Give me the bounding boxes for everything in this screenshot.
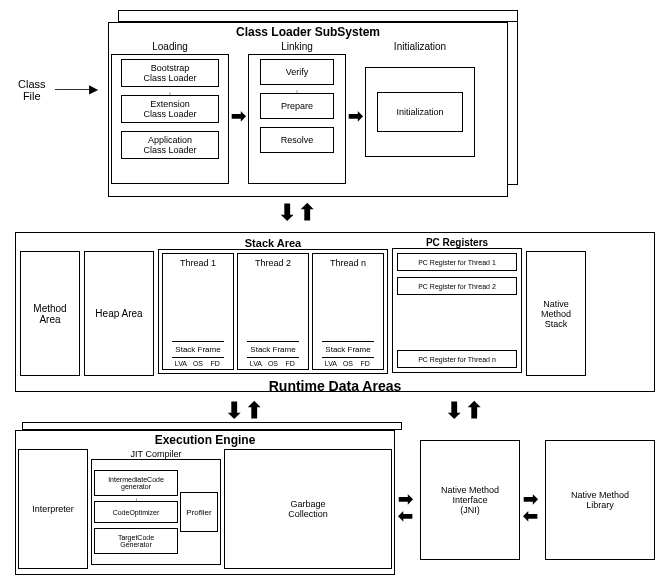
linking-title: Linking xyxy=(248,41,346,52)
fd-label: FD xyxy=(282,358,299,369)
stack-frame-label: Stack Frame xyxy=(247,342,298,357)
pc-registers-title: PC Registers xyxy=(392,237,522,248)
method-area-box: Method Area xyxy=(20,251,80,376)
lva-label: LVA xyxy=(172,358,189,369)
intermediate-box: IntermediateCode generator xyxy=(94,470,178,496)
profiler-box: Profiler xyxy=(180,492,218,532)
execution-title: Execution Engine xyxy=(18,433,392,447)
pc-r1-box: PC Register for Thread 1 xyxy=(397,253,517,271)
threadn-box: Thread n Stack Frame LVA OS FD xyxy=(312,253,384,370)
application-box: Application Class Loader xyxy=(121,131,218,159)
bootstrap-box: Bootstrap Class Loader xyxy=(121,59,218,87)
optimizer-box: CodeOptimizer xyxy=(94,501,178,523)
jit-title: JIT Compiler xyxy=(91,449,221,459)
extension-box: Extension Class Loader xyxy=(121,95,218,123)
jit-box: IntermediateCode generator ↓ CodeOptimiz… xyxy=(91,459,221,565)
stack-frame-label: Stack Frame xyxy=(322,342,373,357)
native-lib-box: Native Method Library xyxy=(545,440,655,560)
target-box: TargetCode Generator xyxy=(94,528,178,554)
right-arrow-icon: ➡ xyxy=(348,105,363,127)
linking-box: Verify ↓ Prepare ↓ Resolve xyxy=(248,54,346,184)
resolve-box: Resolve xyxy=(260,127,335,153)
os-label: OS xyxy=(339,358,356,369)
class-file-label: Class File xyxy=(18,78,46,102)
right-arrow-icon: ────▶ xyxy=(55,82,98,96)
stack-area-title: Stack Area xyxy=(158,237,388,249)
stack-frame-label: Stack Frame xyxy=(172,342,223,357)
thread1-label: Thread 1 xyxy=(176,254,220,272)
interpreter-box: Interpreter xyxy=(18,449,88,569)
pc-registers-box: PC Register for Thread 1 PC Register for… xyxy=(392,248,522,373)
down-arrow-icon: ⬇ xyxy=(278,200,296,226)
left-arrow-icon: ⬅ xyxy=(398,505,413,527)
threadn-label: Thread n xyxy=(326,254,370,272)
os-label: OS xyxy=(189,358,206,369)
up-arrow-icon: ⬆ xyxy=(465,398,483,424)
init-outer-box: Initialization xyxy=(365,67,475,157)
gc-box: Garbage Collection xyxy=(224,449,392,569)
native-stack-box: Native Method Stack xyxy=(526,251,586,376)
loading-title: Loading xyxy=(111,41,229,52)
os-label: OS xyxy=(264,358,281,369)
down-arrow-icon: ⬇ xyxy=(445,398,463,424)
runtime-title: Runtime Data Areas xyxy=(15,378,655,394)
init-title: Initialization xyxy=(365,41,475,52)
pc-r2-box: PC Register for Thread 2 xyxy=(397,277,517,295)
execution-box: Execution Engine Interpreter JIT Compile… xyxy=(15,430,395,575)
verify-box: Verify xyxy=(260,59,335,85)
classloader-3d-top xyxy=(118,10,518,22)
down-arrow-icon: ⬇ xyxy=(225,398,243,424)
heap-area-box: Heap Area xyxy=(84,251,154,376)
pc-rn-box: PC Register for Thread n xyxy=(397,350,517,368)
fd-label: FD xyxy=(207,358,224,369)
loading-box: Bootstrap Class Loader ↓ Extension Class… xyxy=(111,54,229,184)
right-arrow-icon: ➡ xyxy=(231,105,246,127)
runtime-box: Method Area Heap Area Stack Area Thread … xyxy=(15,232,655,392)
up-arrow-icon: ⬆ xyxy=(298,200,316,226)
thread2-box: Thread 2 Stack Frame LVA OS FD xyxy=(237,253,309,370)
jni-box: Native Method Interface (JNI) xyxy=(420,440,520,560)
prepare-box: Prepare xyxy=(260,93,335,119)
lva-label: LVA xyxy=(322,358,339,369)
thread1-box: Thread 1 Stack Frame LVA OS FD xyxy=(162,253,234,370)
lva-label: LVA xyxy=(247,358,264,369)
stack-area-box: Thread 1 Stack Frame LVA OS FD Thread 2 xyxy=(158,249,388,374)
init-box: Initialization xyxy=(377,92,463,132)
execution-3d-top xyxy=(22,422,402,430)
thread2-label: Thread 2 xyxy=(251,254,295,272)
fd-label: FD xyxy=(357,358,374,369)
up-arrow-icon: ⬆ xyxy=(245,398,263,424)
classloader-title: Class Loader SubSystem xyxy=(111,25,505,39)
classloader-box: Class Loader SubSystem Loading Bootstrap… xyxy=(108,22,508,197)
left-arrow-icon: ⬅ xyxy=(523,505,538,527)
